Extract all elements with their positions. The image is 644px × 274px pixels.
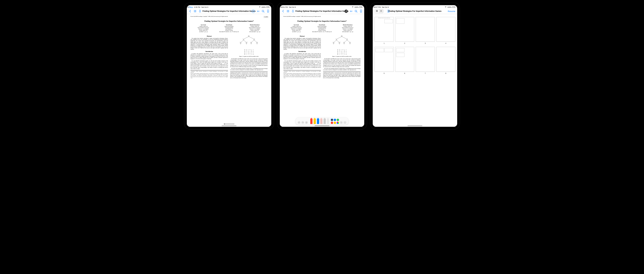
battery-pct: 100% <box>448 6 452 8</box>
svg-rect-14 <box>251 42 252 43</box>
pdf-page: From: AAAI-98 Proceedings. Copyright © 1… <box>280 14 364 127</box>
svg-rect-53 <box>380 11 382 11</box>
svg-rect-36 <box>333 42 334 43</box>
screen: 2:51 PM Sat Oct 9 100% Finding Optimal S… <box>280 5 364 127</box>
color-blue[interactable] <box>334 119 336 121</box>
textsize-icon[interactable]: AA <box>257 10 260 12</box>
color-picker[interactable] <box>337 122 339 124</box>
share-icon[interactable] <box>292 10 294 12</box>
toc-icon[interactable] <box>194 10 196 12</box>
bookmark-icon[interactable] <box>267 10 270 12</box>
more-button[interactable]: ⋯ <box>344 121 346 124</box>
home-indicator[interactable] <box>222 125 236 126</box>
svg-line-26 <box>336 36 342 39</box>
lasso-tool[interactable] <box>324 118 326 124</box>
ruler-tool[interactable] <box>327 118 329 124</box>
page-thumbnail[interactable]: 6 <box>395 47 414 74</box>
status-bar: 2:51 PM Sat Oct 9 100% <box>280 5 364 8</box>
page-thumbnail-scrubber[interactable] <box>223 123 235 125</box>
color-black[interactable] <box>331 119 333 121</box>
status-time: 2:57 PM <box>374 6 381 8</box>
color-red[interactable] <box>331 122 333 124</box>
color-yellow[interactable] <box>334 122 336 124</box>
home-indicator[interactable] <box>314 125 330 126</box>
toolbar: Finding Optimal Strategies For Imperfect… <box>280 8 364 14</box>
doc-title: Finding Optimal Strategies For Imperfect… <box>373 10 457 12</box>
page-number: 4 <box>446 42 446 44</box>
svg-rect-13 <box>246 42 247 43</box>
status-date: Sat Oct 9 <box>289 6 296 8</box>
svg-text:a: a <box>336 38 336 39</box>
svg-text:a: a <box>243 38 243 39</box>
toc-icon[interactable] <box>286 10 289 12</box>
highlighter-tool[interactable] <box>314 118 316 124</box>
pen-tool[interactable] <box>310 118 312 124</box>
page-number: 1 <box>384 42 384 44</box>
svg-text:f: f <box>350 42 351 42</box>
resume-button[interactable]: Resume <box>448 10 455 12</box>
ipad-device-2: 2:51 PM Sat Oct 9 100% Finding Optimal S… <box>277 2 367 129</box>
svg-line-10 <box>251 40 254 42</box>
grid-view-option[interactable] <box>375 9 379 13</box>
add-annotation-button[interactable]: ＋ <box>340 121 343 124</box>
battery-icon <box>266 6 270 8</box>
markup-icon-active[interactable] <box>344 9 348 13</box>
ipad-device-3: 2:57 PM Sat Oct 9 100% Finding Optimal S… <box>370 2 460 129</box>
svg-rect-52 <box>380 10 382 11</box>
page-thumbnail[interactable]: 7 <box>416 47 435 74</box>
color-green[interactable] <box>337 119 339 121</box>
svg-point-29 <box>347 39 348 40</box>
undo-button[interactable]: ↶ <box>298 121 300 124</box>
object-select-button[interactable]: ⊡ <box>305 121 308 124</box>
share-icon[interactable] <box>198 10 202 12</box>
document-viewport[interactable]: 1 of 8 From: AAAI-98 Proceedings. Copyri… <box>187 14 271 127</box>
page-number: 2 <box>404 42 405 44</box>
document-viewport[interactable]: From: AAAI-98 Proceedings. Copyright © 1… <box>280 14 364 127</box>
bookmark-icon[interactable] <box>387 10 390 12</box>
ipad-device-1: Files 2:35 PM Sat Oct 9 100% Finding Opt… <box>184 2 274 129</box>
page-thumbnail[interactable]: 8 <box>436 47 456 74</box>
wifi-icon <box>352 6 354 8</box>
svg-rect-37 <box>339 42 340 43</box>
svg-line-34 <box>344 40 347 42</box>
search-icon[interactable] <box>355 10 358 12</box>
view-mode-segment[interactable] <box>374 9 384 13</box>
svg-text:d: d <box>247 42 247 42</box>
screen: 2:57 PM Sat Oct 9 100% Finding Optimal S… <box>373 5 457 127</box>
paper-left-column: Abstract We examine three heuristic algo… <box>190 35 228 79</box>
payoff-matrix: w₁01011w₂01101w₃10100w₄10011w₅11110 <box>244 49 254 55</box>
page-thumbnail[interactable]: 5 <box>374 47 394 74</box>
home-indicator[interactable] <box>408 125 422 126</box>
search-icon[interactable] <box>262 10 264 12</box>
svg-rect-25 <box>341 35 342 36</box>
svg-line-8 <box>241 40 244 42</box>
status-time: 2:35 PM <box>194 6 200 8</box>
markup-icon[interactable] <box>252 9 255 13</box>
page-thumbnail[interactable]: Finding Optimal Strategies for Imperfect… <box>374 17 394 44</box>
page-thumbnail[interactable]: 3 <box>416 17 435 44</box>
bookmark-icon[interactable] <box>360 10 362 12</box>
status-bar: 2:57 PM Sat Oct 9 100% <box>373 5 457 8</box>
svg-text:e: e <box>250 42 251 42</box>
list-view-option[interactable] <box>379 9 383 13</box>
back-button[interactable] <box>282 10 284 12</box>
paper-right-column: a b c d e f <box>230 35 268 79</box>
back-button[interactable] <box>189 10 192 12</box>
markup-toolbar: ↶ ↷ ⊡ ＋ ⋯ <box>296 118 348 125</box>
page-number: 6 <box>404 72 405 74</box>
page-thumbnail[interactable]: 2 <box>395 17 414 44</box>
page-thumbnail[interactable]: 4 <box>436 17 456 44</box>
textsize-icon[interactable]: AA <box>350 10 352 12</box>
svg-point-4 <box>243 39 244 40</box>
svg-line-27 <box>342 36 347 39</box>
figure-1: a b c d e f <box>230 35 268 57</box>
redo-button[interactable]: ↷ <box>301 121 304 124</box>
eraser-tool[interactable] <box>320 118 322 124</box>
back-app-label[interactable]: Files <box>189 6 193 8</box>
svg-rect-12 <box>240 42 241 43</box>
svg-rect-49 <box>377 10 378 11</box>
pencil-tool[interactable] <box>317 118 319 124</box>
svg-text:b: b <box>348 38 348 39</box>
svg-rect-39 <box>350 42 350 43</box>
thumbnails-viewport[interactable]: Finding Optimal Strategies for Imperfect… <box>373 14 457 127</box>
